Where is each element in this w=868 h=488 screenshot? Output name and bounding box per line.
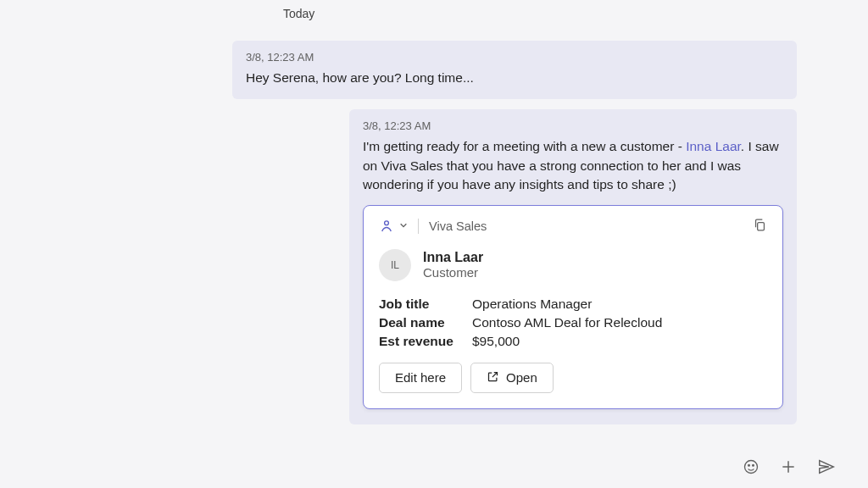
mention-link[interactable]: Inna Laar <box>686 139 741 153</box>
detail-value: $95,000 <box>472 334 520 349</box>
svg-rect-1 <box>758 223 765 230</box>
open-button[interactable]: Open <box>470 363 554 393</box>
detail-row: Deal name Contoso AML Deal for Relecloud <box>379 315 767 330</box>
compose-bar <box>727 449 851 488</box>
svg-point-3 <box>748 465 750 467</box>
card-body: IL Inna Laar Customer Job title Operatio… <box>364 244 782 408</box>
card-actions: Edit here Open <box>379 363 767 393</box>
divider <box>418 219 419 234</box>
contact-name: Inna Laar <box>423 250 483 265</box>
chat-area: Today 3/8, 12:23 AM Hey Serena, how are … <box>0 0 868 424</box>
message-timestamp: 3/8, 12:23 AM <box>363 119 783 132</box>
contact-role: Customer <box>423 265 483 280</box>
emoji-icon[interactable] <box>743 458 760 479</box>
viva-sales-icon[interactable] <box>379 219 394 234</box>
message-timestamp: 3/8, 12:23 AM <box>246 51 783 64</box>
copy-icon[interactable] <box>753 218 767 236</box>
add-icon[interactable] <box>780 458 797 479</box>
message-text: Hey Serena, how are you? Long time... <box>246 69 783 87</box>
detail-value: Operations Manager <box>472 297 592 312</box>
detail-label: Deal name <box>379 315 472 330</box>
open-external-icon <box>487 370 499 385</box>
svg-point-2 <box>745 461 758 474</box>
message-text-part: I'm getting ready for a meeting with a n… <box>363 139 686 153</box>
detail-label: Est revenue <box>379 334 472 349</box>
detail-row: Est revenue $95,000 <box>379 334 767 349</box>
edit-here-button[interactable]: Edit here <box>379 363 462 393</box>
chat-message[interactable]: 3/8, 12:23 AM I'm getting ready for a me… <box>349 109 797 424</box>
button-label: Open <box>506 370 537 385</box>
viva-sales-card: Viva Sales IL Inna Laar Customer <box>363 205 783 409</box>
card-header: Viva Sales <box>364 206 782 244</box>
detail-value: Contoso AML Deal for Relecloud <box>472 315 662 330</box>
date-divider: Today <box>283 0 848 41</box>
avatar[interactable]: IL <box>379 249 411 281</box>
svg-point-0 <box>385 221 389 225</box>
send-icon[interactable] <box>817 458 836 480</box>
detail-label: Job title <box>379 297 472 312</box>
button-label: Edit here <box>395 370 446 385</box>
chat-message[interactable]: 3/8, 12:23 AM Hey Serena, how are you? L… <box>232 41 797 99</box>
detail-row: Job title Operations Manager <box>379 297 767 312</box>
card-app-name: Viva Sales <box>429 219 753 233</box>
svg-point-4 <box>753 465 754 467</box>
message-text: I'm getting ready for a meeting with a n… <box>363 137 783 194</box>
chevron-down-icon[interactable] <box>399 221 408 231</box>
contact-row: IL Inna Laar Customer <box>379 249 767 281</box>
